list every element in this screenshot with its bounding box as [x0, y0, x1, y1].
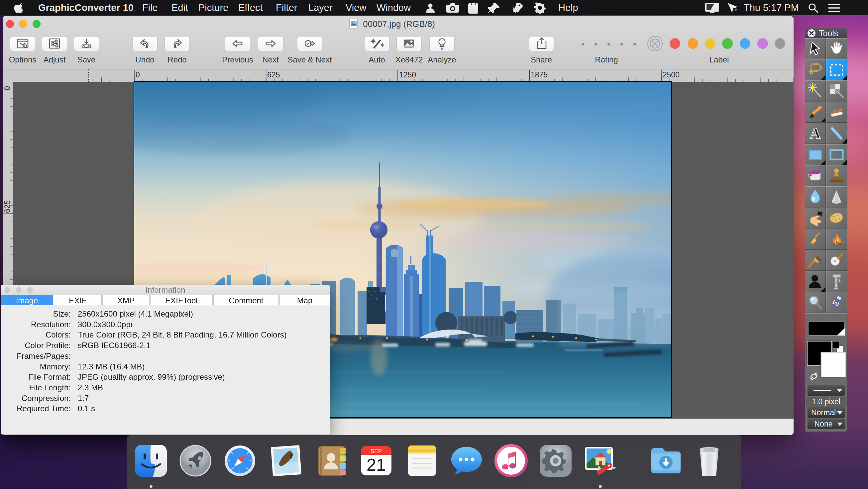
svg-text:SEP: SEP — [371, 448, 382, 454]
svg-text:0: 0 — [3, 86, 12, 90]
svg-text:625: 625 — [267, 70, 280, 79]
svg-text:A: A — [809, 125, 820, 142]
svg-text:1250: 1250 — [399, 70, 416, 79]
svg-text:0: 0 — [135, 70, 140, 79]
svg-text:1875: 1875 — [531, 70, 548, 79]
svg-text:21: 21 — [367, 455, 386, 475]
svg-text:625: 625 — [3, 200, 12, 213]
svg-text:2500: 2500 — [663, 70, 680, 79]
